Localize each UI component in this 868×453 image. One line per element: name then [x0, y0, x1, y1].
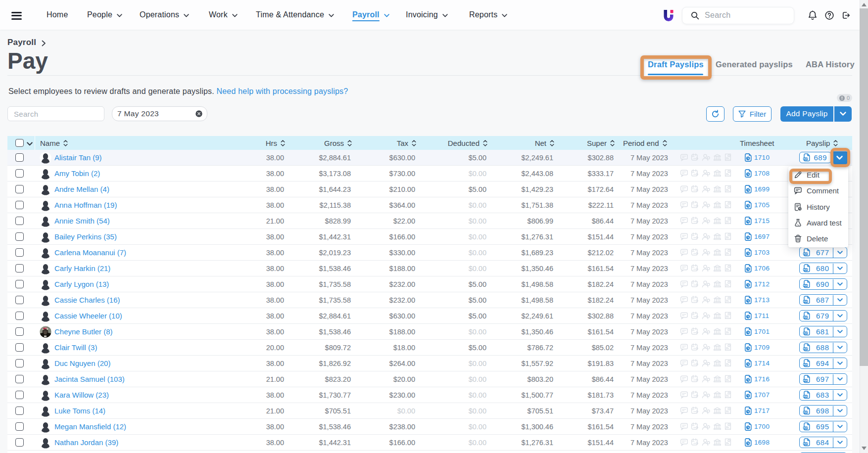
svg-text:PDF: PDF	[803, 411, 808, 413]
svg-text:PDF: PDF	[803, 379, 808, 382]
svg-text:PDF: PDF	[803, 300, 808, 303]
svg-text:PDF: PDF	[803, 284, 808, 287]
svg-text:PDF: PDF	[803, 332, 808, 334]
svg-text:PDF: PDF	[803, 316, 808, 318]
svg-text:PDF: PDF	[803, 253, 808, 255]
svg-text:PDF: PDF	[803, 158, 808, 160]
svg-text:PDF: PDF	[803, 363, 808, 366]
svg-text:PDF: PDF	[803, 427, 808, 429]
svg-text:PDF: PDF	[803, 443, 808, 445]
svg-text:PDF: PDF	[803, 348, 808, 350]
svg-text:PDF: PDF	[803, 269, 808, 271]
svg-text:PDF: PDF	[803, 395, 808, 398]
